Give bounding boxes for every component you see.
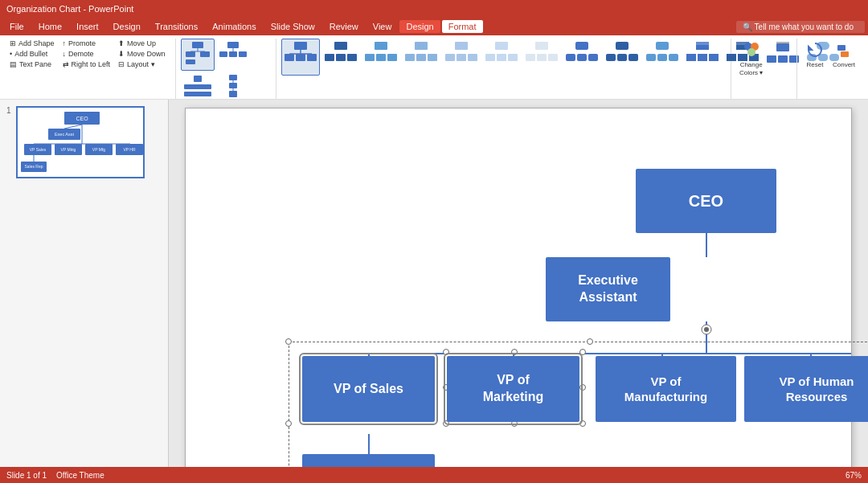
promote-label: Promote [68, 39, 96, 47]
handle-tl[interactable] [285, 338, 292, 345]
text-pane-btn[interactable]: ▤ Text Pane [6, 59, 58, 69]
svg-rect-51 [537, 54, 547, 61]
move-up-icon: ⬆ [118, 39, 125, 47]
node-vp-sales[interactable]: VP of Sales [302, 356, 435, 422]
change-colors-icon [742, 40, 761, 59]
add-bullet-icon: • [10, 50, 12, 58]
svg-rect-29 [334, 42, 347, 50]
menu-insert[interactable]: Insert [70, 20, 105, 33]
svg-rect-32 [347, 54, 357, 61]
smartart-style-8[interactable] [563, 39, 601, 76]
svg-text:Sales Rep: Sales Rep [24, 164, 43, 169]
main-canvas[interactable]: CEO Executive Assistant VP of Sales VP o… [169, 100, 868, 483]
menu-search[interactable]: 🔍 Tell me what you want to do [736, 21, 865, 33]
convert-btn[interactable]: Convert [829, 39, 858, 70]
handle-vp-mkt-tl[interactable] [443, 349, 449, 355]
handle-vp-mkt-br[interactable] [579, 420, 586, 427]
move-up-label: Move Up [127, 39, 156, 47]
layout-btn-2[interactable] [216, 39, 250, 71]
smartart-style-10[interactable] [643, 39, 682, 76]
smartart-style-6[interactable] [482, 39, 521, 76]
slide-area[interactable]: CEO Executive Assistant VP of Sales VP o… [185, 108, 852, 475]
add-shape-btn[interactable]: ⊞ Add Shape [6, 39, 58, 48]
demote-icon: ↓ [63, 50, 67, 58]
node-vp-marketing[interactable]: VP of Marketing [447, 356, 579, 422]
svg-rect-53 [575, 42, 588, 50]
menu-bar: File Home Insert Design Transitions Anim… [0, 18, 868, 35]
menu-animations[interactable]: Animations [206, 20, 262, 33]
promote-btn[interactable]: ↑ Promote [59, 39, 114, 48]
svg-rect-56 [588, 54, 598, 61]
svg-text:VP Sales: VP Sales [29, 147, 46, 152]
svg-rect-26 [307, 54, 317, 61]
svg-rect-9 [239, 51, 247, 57]
move-up-btn[interactable]: ⬆ Move Up [115, 39, 169, 48]
smartart-style-7[interactable] [522, 39, 561, 76]
svg-rect-40 [428, 54, 437, 61]
layout-label: Layout ▾ [127, 60, 155, 68]
svg-line-95 [64, 125, 82, 129]
menu-home[interactable]: Home [32, 20, 68, 33]
svg-rect-23 [294, 42, 307, 50]
add-bullet-label: Add Bullet [14, 50, 47, 58]
app-body: 1 CEO Exec Asst VP Sales [0, 100, 868, 483]
status-bar: Slide 1 of 1 Office Theme 67% [0, 467, 868, 483]
svg-rect-61 [656, 42, 669, 50]
smartart-style-1[interactable] [281, 39, 320, 76]
right-to-left-btn[interactable]: ⇄ Right to Left [59, 59, 114, 69]
menu-design[interactable]: Design [107, 20, 147, 33]
svg-rect-42 [445, 54, 455, 61]
handle-tm[interactable] [587, 338, 593, 345]
node-vp-manufacturing[interactable]: VP of Manufacturing [596, 356, 736, 422]
node-ceo[interactable]: CEO [636, 169, 776, 233]
svg-rect-34 [365, 54, 375, 61]
svg-rect-50 [526, 54, 535, 61]
handle-vp-mkt-tr[interactable] [579, 349, 586, 355]
menu-format[interactable]: Format [442, 20, 483, 33]
add-bullet-btn[interactable]: • Add Bullet [6, 49, 58, 59]
svg-rect-12 [184, 84, 211, 89]
smartart-style-3[interactable] [362, 39, 400, 76]
demote-btn[interactable]: ↓ Demote [59, 49, 114, 59]
menu-transitions[interactable]: Transitions [149, 20, 204, 33]
svg-rect-31 [336, 54, 346, 61]
svg-rect-58 [606, 54, 616, 61]
text-pane-icon: ▤ [10, 60, 17, 68]
handle-vp-mkt-mr[interactable] [579, 384, 586, 391]
rtl-label: Right to Left [72, 60, 111, 68]
node-vp-hr[interactable]: VP of Human Resources [744, 356, 868, 422]
zoom-level: 67% [845, 471, 862, 480]
svg-rect-68 [709, 54, 719, 61]
layout-btn[interactable]: ⊟ Layout ▾ [115, 59, 169, 69]
layout-btn-1[interactable] [181, 39, 215, 71]
svg-rect-44 [468, 54, 477, 61]
menu-design2[interactable]: Design [399, 20, 440, 33]
menu-review[interactable]: Review [323, 20, 365, 33]
smartart-style-4[interactable] [402, 39, 440, 76]
ribbon: ⊞ Add Shape • Add Bullet ▤ Text Pane ↑ [0, 35, 868, 100]
svg-rect-45 [495, 42, 508, 50]
menu-file[interactable]: File [3, 20, 31, 33]
move-down-btn[interactable]: ⬇ Move Down [115, 49, 169, 59]
svg-rect-87 [837, 45, 845, 51]
slide-thumbnail[interactable]: CEO Exec Asst VP Sales VP Mktg VP Mfg [16, 106, 145, 178]
handle-vp-mkt-tm[interactable] [511, 349, 518, 355]
node-exec-asst[interactable]: Executive Assistant [546, 257, 670, 321]
menu-view[interactable]: View [366, 20, 399, 33]
demote-label: Demote [68, 50, 94, 58]
change-colors-label: ChangeColors ▾ [739, 61, 763, 76]
smartart-style-9[interactable] [603, 39, 641, 76]
svg-text:CEO: CEO [76, 116, 88, 121]
svg-rect-60 [628, 54, 638, 61]
smartart-style-5[interactable] [442, 39, 481, 76]
smartart-style-11[interactable] [683, 39, 722, 76]
smartart-style-2[interactable] [321, 39, 360, 76]
theme-name: Office Theme [56, 471, 104, 480]
reset-btn[interactable]: Reset [802, 39, 828, 70]
svg-rect-36 [387, 54, 397, 61]
handle-ml[interactable] [285, 420, 292, 427]
menu-slideshow[interactable]: Slide Show [264, 20, 321, 33]
svg-rect-5 [186, 59, 195, 64]
change-colors-btn[interactable]: ChangeColors ▾ [736, 39, 766, 78]
svg-rect-47 [497, 54, 506, 61]
